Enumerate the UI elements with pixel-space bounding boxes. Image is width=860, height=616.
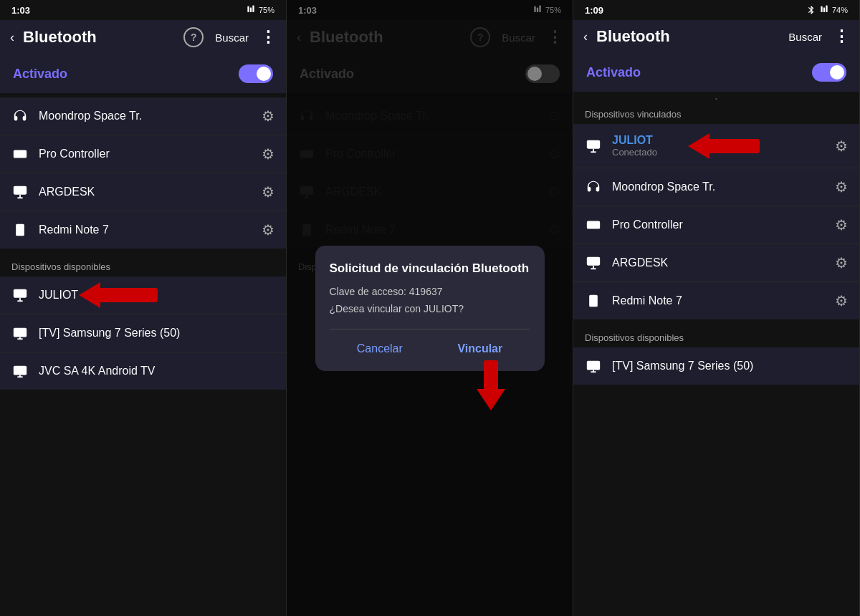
device-item[interactable]: Moondrop Space Tr. ⚙ <box>0 97 286 135</box>
monitor-icon-argdesk-3 <box>585 254 602 271</box>
svg-rect-28 <box>587 140 600 148</box>
available-item-samsung[interactable]: [TV] Samsung 7 Series (50) <box>0 314 286 352</box>
svg-rect-1 <box>250 8 252 12</box>
paired-devices-1: Moondrop Space Tr. ⚙ Pro Controller ⚙ AR… <box>0 97 286 249</box>
svg-rect-0 <box>247 6 249 12</box>
headphone-icon <box>11 107 29 125</box>
red-arrow-juliot <box>79 282 158 308</box>
help-icon-1[interactable]: ? <box>183 27 204 47</box>
gamepad-icon-3 <box>585 216 602 234</box>
nav-bar-1: ‹ Bluetooth ? Buscar ⋮ <box>0 20 286 54</box>
svg-rect-8 <box>14 289 27 298</box>
arrow-head-left <box>79 282 100 308</box>
available-item-juliot[interactable]: JULIOT <box>0 276 286 314</box>
toggle-switch-3[interactable] <box>812 63 846 82</box>
svg-rect-27 <box>826 6 827 12</box>
gamepad-icon <box>11 145 29 163</box>
panel-3: 1:09 74% ‹ Bluetooth Buscar ⋮ Activado •… <box>573 0 860 616</box>
status-time-3: 1:09 <box>585 5 603 16</box>
dialog-overlay: Solicitud de vinculación Bluetooth Clave… <box>287 0 573 616</box>
device-item-juliot-3[interactable]: JULIOT Conectado ⚙ <box>573 124 859 168</box>
more-icon-1[interactable]: ⋮ <box>260 28 276 47</box>
arrow-head-left-3 <box>688 133 710 159</box>
red-arrow-juliot-3 <box>688 133 760 159</box>
device-name: ARGDESK <box>39 186 252 198</box>
svg-rect-6 <box>16 224 24 236</box>
device-name: ARGDESK <box>612 256 825 269</box>
svg-rect-3 <box>14 186 27 195</box>
settings-icon[interactable]: ⚙ <box>835 254 848 271</box>
monitor-icon <box>11 183 29 201</box>
monitor-icon-juliot <box>11 287 29 304</box>
available-item-samsung-3[interactable]: [TV] Samsung 7 Series (50) <box>573 347 859 385</box>
confirm-button[interactable]: Vincular <box>443 338 517 360</box>
settings-icon[interactable]: ⚙ <box>262 107 274 125</box>
monitor-icon-juliot-3 <box>585 138 602 155</box>
dialog-access-key: Clave de acceso: 419637 <box>330 286 530 297</box>
available-device-name-samsung: [TV] Samsung 7 Series (50) <box>39 327 274 340</box>
headphone-icon-3 <box>585 178 602 196</box>
linked-devices-3: JULIOT Conectado ⚙ Moondrop Space Tr. ⚙ … <box>573 124 859 319</box>
phone-icon <box>11 221 29 239</box>
bluetooth-status-icon <box>806 5 816 15</box>
status-bar-1: 1:03 75% <box>0 0 286 20</box>
bluetooth-pairing-dialog: Solicitud de vinculación Bluetooth Clave… <box>315 246 545 371</box>
dialog-question: ¿Desea vincular con JULIOT? <box>330 303 530 314</box>
available-devices-1: JULIOT [TV] Samsung 7 Series (50) JVC SA… <box>0 276 286 390</box>
available-item-jvc[interactable]: JVC SA 4K Android TV <box>0 352 286 390</box>
settings-icon[interactable]: ⚙ <box>835 292 848 309</box>
toggle-knob-1 <box>257 67 271 81</box>
notification-icon <box>246 5 256 15</box>
device-item[interactable]: Pro Controller ⚙ <box>573 206 859 244</box>
svg-point-35 <box>593 304 594 305</box>
cancel-button[interactable]: Cancelar <box>343 338 417 360</box>
battery-text-1: 75% <box>259 6 274 14</box>
dialog-wrapper: Solicitud de vinculación Bluetooth Clave… <box>287 246 573 371</box>
linked-section-label-3: Dispositivos vinculados <box>573 100 859 124</box>
device-name: Pro Controller <box>612 218 825 231</box>
svg-rect-34 <box>589 295 598 307</box>
svg-rect-26 <box>823 8 825 12</box>
arrow-shaft-v <box>484 360 498 389</box>
tv-icon-samsung <box>11 324 29 342</box>
dialog-title: Solicitud de vinculación Bluetooth <box>330 261 530 276</box>
more-icon-3[interactable]: ⋮ <box>833 27 849 46</box>
svg-rect-31 <box>587 257 600 266</box>
search-label-1[interactable]: Buscar <box>215 32 249 44</box>
device-item[interactable]: Pro Controller ⚙ <box>0 135 286 173</box>
toggle-switch-1[interactable] <box>239 64 273 83</box>
status-bar-3: 1:09 74% <box>573 0 859 20</box>
tv-icon-jvc <box>11 362 29 380</box>
nav-bar-3: ‹ Bluetooth Buscar ⋮ <box>573 20 859 53</box>
device-item[interactable]: Redmi Note 7 ⚙ <box>0 211 286 249</box>
device-item[interactable]: ARGDESK ⚙ <box>573 244 859 282</box>
device-name: Redmi Note 7 <box>612 294 825 307</box>
status-time-1: 1:03 <box>11 5 30 16</box>
settings-icon[interactable]: ⚙ <box>835 216 848 234</box>
settings-icon[interactable]: ⚙ <box>835 178 848 196</box>
available-device-name-jvc: JVC SA 4K Android TV <box>39 365 274 377</box>
tv-icon-samsung-3 <box>585 357 602 375</box>
available-device-name-samsung-3: [TV] Samsung 7 Series (50) <box>612 360 848 372</box>
settings-icon[interactable]: ⚙ <box>262 221 274 239</box>
search-label-3[interactable]: Buscar <box>788 31 822 43</box>
device-name: Moondrop Space Tr. <box>39 110 252 122</box>
settings-icon-juliot-3[interactable]: ⚙ <box>835 138 848 155</box>
settings-icon[interactable]: ⚙ <box>262 145 274 163</box>
device-item[interactable]: ARGDESK ⚙ <box>0 173 286 211</box>
dialog-buttons: Cancelar Vincular <box>330 329 530 360</box>
toggle-label-1: Activado <box>13 67 67 82</box>
back-icon-1[interactable]: ‹ <box>10 30 14 45</box>
back-icon-3[interactable]: ‹ <box>583 29 588 44</box>
arrow-shaft <box>100 288 158 302</box>
svg-rect-2 <box>252 6 254 12</box>
settings-icon[interactable]: ⚙ <box>262 183 274 201</box>
device-name: Redmi Note 7 <box>39 223 252 236</box>
svg-point-7 <box>19 233 21 234</box>
svg-rect-14 <box>14 366 27 375</box>
section-label-available-1: Dispositivos disponibles <box>0 253 286 276</box>
phone-icon-3 <box>585 292 602 309</box>
panel-1: 1:03 75% ‹ Bluetooth ? Buscar ⋮ Activado… <box>0 0 287 616</box>
device-item[interactable]: Moondrop Space Tr. ⚙ <box>573 168 859 206</box>
device-item[interactable]: Redmi Note 7 ⚙ <box>573 282 859 319</box>
